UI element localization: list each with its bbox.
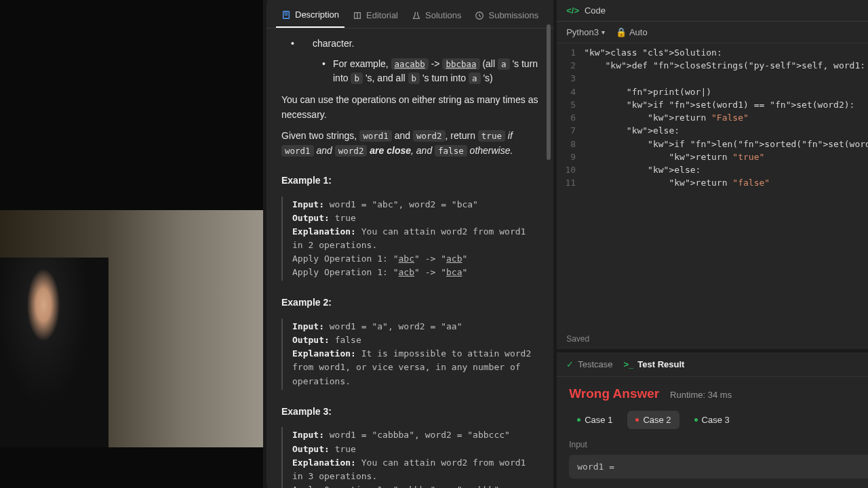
saved-status: Saved (557, 331, 868, 349)
text-line: character. (313, 37, 538, 52)
case-1-button[interactable]: Case 1 (569, 411, 620, 429)
tab-testresult[interactable]: >_ Test Result (624, 359, 685, 369)
code-editor[interactable]: 1234567891011 "kw">class "cls">Solution:… (557, 43, 868, 331)
webcam-feed (0, 210, 263, 447)
flask-icon (412, 11, 421, 20)
tab-label: Editorial (366, 10, 398, 20)
problem-tabs: Description Editorial Solutions Submissi… (267, 0, 553, 28)
tab-submissions[interactable]: Submissions (469, 5, 544, 28)
status-text: Wrong Answer (569, 386, 659, 401)
result-status-row: Wrong Answer Runtime: 34 ms (569, 386, 868, 401)
input-label: Input (569, 440, 868, 449)
code-title: Code (585, 5, 606, 16)
status-dot (635, 418, 639, 422)
book-icon (353, 11, 362, 20)
tab-testcase[interactable]: ✓ Testcase (566, 359, 612, 369)
runtime-text: Runtime: 34 ms (670, 390, 732, 400)
webcam-panel (0, 0, 263, 488)
example-heading: Example 2: (281, 296, 538, 310)
clock-icon (475, 11, 484, 20)
doc-icon (281, 10, 291, 20)
example-block: Input: word1 = "a", word2 = "aa" Output:… (281, 319, 538, 390)
status-dot (577, 418, 580, 422)
code-lines[interactable]: "kw">class "cls">Solution: "kw">def "fn"… (584, 46, 868, 331)
example-heading: Example 1: (281, 174, 538, 188)
code-panel: </> Code Python3 ▾ 🔒 Auto 1234567891011 … (553, 0, 868, 488)
scrollbar[interactable] (547, 24, 551, 160)
code-icon: </> (566, 5, 579, 16)
webcam-blank (0, 0, 263, 105)
auto-toggle[interactable]: 🔒 Auto (616, 27, 648, 37)
paragraph: You can use the operations on either str… (281, 93, 538, 122)
terminal-icon: >_ (624, 359, 634, 369)
case-3-button[interactable]: Case 3 (686, 411, 738, 429)
tab-description[interactable]: Description (276, 5, 344, 28)
result-body: Wrong Answer Runtime: 34 ms Case 1 Case … (557, 377, 868, 488)
tab-label: Solutions (425, 10, 461, 20)
case-2-button[interactable]: Case 2 (627, 411, 679, 429)
example-block: Input: word1 = "abc", word2 = "bca" Outp… (281, 197, 538, 281)
case-row: Case 1 Case 2 Case 3 (569, 411, 868, 429)
tab-label: Submissions (488, 10, 538, 20)
webcam-person (0, 258, 108, 447)
problem-description: character. For example, aacabb -> bbcbaa… (267, 28, 553, 488)
check-icon: ✓ (566, 359, 574, 369)
code-header: </> Code (557, 0, 868, 22)
example-bullet: For example, aacabb -> bbcbaa (all a 's … (313, 57, 538, 86)
paragraph: Given two strings, word1 and word2, retu… (281, 129, 538, 158)
tab-label: Description (295, 9, 339, 20)
status-dot (694, 418, 698, 422)
language-select[interactable]: Python3 ▾ (566, 27, 605, 37)
example-heading: Example 3: (281, 405, 538, 420)
tab-solutions[interactable]: Solutions (406, 5, 467, 28)
result-tabs: ✓ Testcase >_ Test Result (557, 352, 868, 377)
tab-editorial[interactable]: Editorial (347, 5, 403, 28)
input-value[interactable]: word1 = (569, 455, 868, 479)
example-block: Input: word1 = "cabbba", word2 = "abbccc… (281, 427, 538, 488)
lock-icon: 🔒 (616, 27, 627, 37)
line-gutter: 1234567891011 (557, 46, 584, 331)
language-bar: Python3 ▾ 🔒 Auto (557, 22, 868, 43)
description-panel: Description Editorial Solutions Submissi… (263, 0, 553, 488)
chevron-down-icon: ▾ (601, 28, 605, 36)
result-panel: ✓ Testcase >_ Test Result Wrong Answer R… (557, 349, 868, 488)
